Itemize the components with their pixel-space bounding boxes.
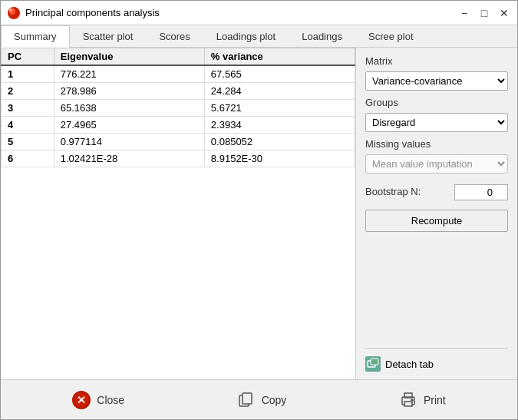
tab-scores[interactable]: Scores bbox=[146, 25, 203, 47]
print-icon bbox=[399, 391, 417, 409]
cell-pc: 5 bbox=[2, 134, 54, 150]
col-header-eigenvalue: Eigenvalue bbox=[54, 48, 204, 66]
copy-button[interactable]: Copy bbox=[228, 388, 296, 412]
main-window: Principal components analysis − □ ✕ Summ… bbox=[0, 0, 518, 420]
table-row: 427.49652.3934 bbox=[2, 117, 355, 134]
cell-eigenvalue: 65.1638 bbox=[54, 100, 204, 117]
col-header-variance: % variance bbox=[204, 48, 355, 66]
table-row: 365.16385.6721 bbox=[2, 100, 355, 117]
close-button[interactable]: ✕ bbox=[497, 6, 511, 20]
table-row: 50.9771140.085052 bbox=[2, 134, 355, 150]
table-row: 61.02421E-288.9152E-30 bbox=[2, 150, 355, 167]
copy-label: Copy bbox=[262, 394, 287, 406]
cell-eigenvalue: 776.221 bbox=[54, 65, 204, 83]
detach-tab-label: Detach tab bbox=[385, 359, 434, 370]
detach-tab-button[interactable]: Detach tab bbox=[365, 348, 508, 372]
svg-rect-4 bbox=[371, 359, 378, 365]
title-bar-left: Principal components analysis bbox=[7, 6, 160, 20]
cell-variance: 5.6721 bbox=[204, 100, 355, 117]
cell-eigenvalue: 1.02421E-28 bbox=[54, 150, 204, 167]
detach-icon bbox=[365, 356, 381, 372]
window-title: Principal components analysis bbox=[25, 7, 160, 18]
close-icon: ✕ bbox=[72, 391, 91, 409]
recompute-button[interactable]: Recompute bbox=[365, 210, 508, 232]
minimize-button[interactable]: − bbox=[457, 6, 471, 20]
bootstrap-label: Bootstrap N: bbox=[365, 186, 421, 197]
right-panel: Matrix Variance-covariance Correlation G… bbox=[356, 48, 517, 379]
cell-pc: 2 bbox=[2, 83, 54, 100]
cell-variance: 0.085052 bbox=[204, 134, 355, 150]
svg-point-10 bbox=[411, 399, 413, 401]
close-label: Close bbox=[97, 394, 124, 406]
tab-scatter-plot[interactable]: Scatter plot bbox=[70, 25, 147, 47]
tab-summary[interactable]: Summary bbox=[1, 25, 70, 48]
cell-pc: 6 bbox=[2, 150, 54, 167]
cell-eigenvalue: 27.4965 bbox=[54, 117, 204, 134]
cell-pc: 4 bbox=[2, 117, 54, 134]
close-button-footer[interactable]: ✕ Close bbox=[63, 388, 134, 412]
cell-eigenvalue: 0.977114 bbox=[54, 134, 204, 150]
print-button[interactable]: Print bbox=[390, 388, 455, 412]
pca-table: PC Eigenvalue % variance 1776.22167.5652… bbox=[1, 48, 355, 167]
app-icon bbox=[7, 6, 21, 20]
cell-variance: 67.565 bbox=[204, 65, 355, 83]
cell-pc: 1 bbox=[2, 65, 54, 83]
table-row: 2278.98624.284 bbox=[2, 83, 355, 100]
content-area: PC Eigenvalue % variance 1776.22167.5652… bbox=[1, 48, 517, 379]
print-label: Print bbox=[424, 394, 446, 406]
matrix-section: Matrix Variance-covariance Correlation bbox=[365, 55, 508, 91]
tab-loadings-plot[interactable]: Loadings plot bbox=[203, 25, 289, 47]
col-header-pc: PC bbox=[2, 48, 54, 66]
matrix-label: Matrix bbox=[365, 55, 508, 67]
svg-rect-6 bbox=[243, 393, 252, 404]
bootstrap-row: Bootstrap N: bbox=[365, 184, 508, 200]
cell-eigenvalue: 278.986 bbox=[54, 83, 204, 100]
maximize-button[interactable]: □ bbox=[477, 6, 491, 20]
table-row: 1776.22167.565 bbox=[2, 65, 355, 83]
title-bar: Principal components analysis − □ ✕ bbox=[1, 1, 517, 25]
matrix-select[interactable]: Variance-covariance Correlation bbox=[365, 71, 508, 91]
groups-select[interactable]: Disregard bbox=[365, 113, 508, 132]
bottom-bar: ✕ Close Copy Print bbox=[1, 379, 517, 419]
groups-label: Groups bbox=[365, 97, 508, 108]
main-panel: PC Eigenvalue % variance 1776.22167.5652… bbox=[1, 48, 356, 379]
svg-point-2 bbox=[9, 8, 12, 12]
missing-label: Missing values bbox=[365, 138, 508, 150]
copy-icon bbox=[237, 391, 256, 409]
cell-variance: 8.9152E-30 bbox=[204, 150, 355, 167]
cell-pc: 3 bbox=[2, 100, 54, 117]
tab-bar: Summary Scatter plot Scores Loadings plo… bbox=[1, 25, 517, 48]
groups-section: Groups Disregard bbox=[365, 97, 508, 132]
tab-loadings[interactable]: Loadings bbox=[289, 25, 355, 47]
cell-variance: 24.284 bbox=[204, 83, 355, 100]
tab-scree-plot[interactable]: Scree plot bbox=[355, 25, 427, 47]
missing-select[interactable]: Mean value imputation bbox=[365, 154, 508, 174]
svg-rect-8 bbox=[404, 402, 412, 406]
title-bar-controls: − □ ✕ bbox=[457, 6, 511, 20]
missing-section: Missing values Mean value imputation bbox=[365, 138, 508, 174]
cell-variance: 2.3934 bbox=[204, 117, 355, 134]
bootstrap-input[interactable] bbox=[454, 184, 508, 200]
